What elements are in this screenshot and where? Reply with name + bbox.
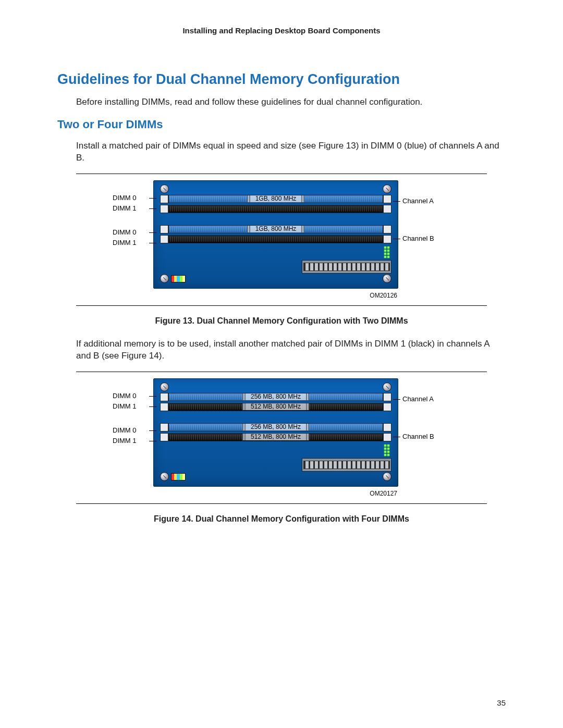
dimm-clip-icon [160, 403, 168, 411]
rule-bottom-fig13 [76, 305, 487, 306]
rule-bottom-fig14 [76, 503, 487, 504]
dimm-label: DIMM 1 [113, 401, 153, 412]
dimm-slot [168, 205, 383, 213]
dimm-clip-icon [383, 235, 391, 243]
board-pcb: 1GB, 800 MHz 1GB, 800 MHz [153, 180, 398, 289]
screw-icon [160, 274, 169, 283]
channel-label: Channel A [402, 394, 450, 404]
power-connector-icon [302, 458, 391, 472]
dimm-label: DIMM 0 [113, 193, 153, 203]
figure-14: DIMM 0 DIMM 1 DIMM 0 DIMM 1 [76, 378, 487, 497]
dimm-clip-icon [383, 205, 391, 213]
dimm-slot: 256 MB, 800 MHz [168, 423, 383, 431]
dimm-clip-icon [160, 225, 168, 233]
dimm-label: DIMM 1 [113, 203, 153, 214]
memory-label: 512 MB, 800 MHz [242, 434, 309, 440]
dimm-clip-icon [383, 423, 391, 431]
paragraph-2: If additional memory is to be used, inst… [76, 338, 506, 362]
figure-id: OM20126 [153, 292, 397, 299]
memory-label: 1GB, 800 MHz [247, 226, 305, 232]
channel-label: Channel B [402, 233, 450, 244]
memory-label: 256 MB, 800 MHz [242, 393, 309, 400]
figure-13: DIMM 0 DIMM 1 DIMM 0 DIMM 1 [76, 180, 487, 299]
screw-icon [383, 382, 391, 391]
screw-icon [160, 184, 169, 193]
dimm-clip-icon [383, 403, 391, 411]
channel-label: Channel A [402, 196, 450, 206]
dimm-label: DIMM 1 [113, 238, 153, 248]
screw-icon [160, 472, 169, 481]
channel-label: Channel B [402, 431, 450, 442]
intro-paragraph: Before installing DIMMs, read and follow… [76, 96, 506, 108]
screw-icon [383, 184, 391, 193]
dimm-clip-icon [160, 393, 168, 401]
memory-label: 512 MB, 800 MHz [242, 403, 309, 410]
figure-14-caption: Figure 14. Dual Channel Memory Configura… [57, 514, 506, 524]
dimm-slot: 1GB, 800 MHz [168, 225, 383, 233]
dimm-clip-icon [383, 393, 391, 401]
dimm-slot [168, 235, 383, 243]
screw-icon [383, 472, 391, 481]
paragraph-1: Install a matched pair of DIMMs equal in… [76, 140, 506, 164]
right-labels: Channel A Channel B [398, 378, 450, 497]
dimm-slot: 1GB, 800 MHz [168, 195, 383, 203]
dimm-clip-icon [160, 195, 168, 203]
screw-icon [383, 274, 391, 283]
dimm-label: DIMM 0 [113, 227, 153, 238]
diagram-two-dimms: DIMM 0 DIMM 1 DIMM 0 DIMM 1 [76, 180, 487, 299]
dimm-clip-icon [160, 205, 168, 213]
rule-top-fig13 [76, 174, 487, 174]
running-header: Installing and Replacing Desktop Board C… [57, 26, 506, 35]
dimm-label: DIMM 0 [113, 391, 153, 401]
front-panel-header-icon [171, 473, 186, 480]
screw-icon [160, 382, 169, 391]
dimm-clip-icon [160, 235, 168, 243]
page-number: 35 [497, 698, 506, 707]
figure-id: OM20127 [153, 490, 397, 497]
led-block-icon [384, 445, 389, 456]
dimm-slot: 256 MB, 800 MHz [168, 393, 383, 401]
channel-b-slots: 256 MB, 800 MHz 512 MB, 800 MHz [160, 423, 391, 441]
diagram-four-dimms: DIMM 0 DIMM 1 DIMM 0 DIMM 1 [76, 378, 487, 497]
dimm-clip-icon [160, 423, 168, 431]
channel-a-slots: 256 MB, 800 MHz 512 MB, 800 MHz [160, 393, 391, 411]
rule-top-fig14 [76, 372, 487, 372]
dimm-slot: 512 MB, 800 MHz [168, 403, 383, 411]
figure-13-caption: Figure 13. Dual Channel Memory Configura… [57, 316, 506, 326]
dimm-clip-icon [383, 433, 391, 441]
dimm-slot: 512 MB, 800 MHz [168, 433, 383, 441]
front-panel-header-icon [171, 275, 186, 282]
dimm-clip-icon [383, 195, 391, 203]
board-pcb: 256 MB, 800 MHz 512 MB, 800 MHz [153, 378, 398, 487]
section-heading: Two or Four DIMMs [57, 118, 506, 131]
power-connector-icon [302, 260, 391, 274]
right-labels: Channel A Channel B [398, 180, 450, 299]
dimm-clip-icon [160, 433, 168, 441]
dimm-clip-icon [383, 225, 391, 233]
channel-a-slots: 1GB, 800 MHz [160, 195, 391, 213]
page-title: Guidelines for Dual Channel Memory Confi… [57, 71, 506, 88]
dimm-label: DIMM 0 [113, 425, 153, 436]
dimm-label: DIMM 1 [113, 436, 153, 446]
led-block-icon [384, 246, 389, 258]
channel-b-slots: 1GB, 800 MHz [160, 225, 391, 243]
memory-label: 256 MB, 800 MHz [242, 424, 309, 430]
memory-label: 1GB, 800 MHz [247, 195, 305, 202]
left-labels: DIMM 0 DIMM 1 DIMM 0 DIMM 1 [113, 180, 153, 299]
left-labels: DIMM 0 DIMM 1 DIMM 0 DIMM 1 [113, 378, 153, 497]
